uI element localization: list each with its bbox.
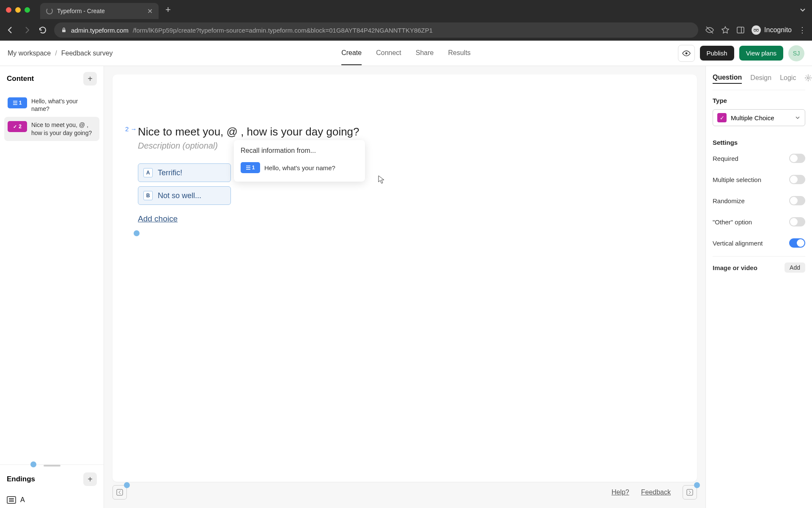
url-host: admin.typeform.com [71, 27, 129, 34]
app-header: My workspace / Feedback survey Create Co… [0, 41, 812, 66]
tab-share[interactable]: Share [416, 41, 434, 65]
sidebar-left: Content + 1 Hello, what's your name? 2 N… [0, 66, 104, 508]
reload-button[interactable] [38, 25, 47, 35]
svg-point-5 [685, 52, 687, 54]
header-tabs: Create Connect Share Results [341, 41, 471, 65]
add-choice-button[interactable]: Add choice [138, 214, 231, 224]
question-badge: 2 [8, 121, 27, 132]
tab-logic[interactable]: Logic [780, 72, 796, 83]
incognito-indicator[interactable]: Incognito [752, 25, 792, 35]
close-tab-icon[interactable]: ✕ [147, 7, 153, 15]
ending-icon [7, 496, 16, 504]
collapse-right-button[interactable] [683, 485, 697, 500]
tab-results[interactable]: Results [448, 41, 470, 65]
question-type-select[interactable]: ✓ Multiple Choice [713, 109, 805, 126]
sidebar-right: Question Design Logic Type ✓ Multiple Ch… [705, 66, 812, 508]
toggle-multiple[interactable] [789, 175, 805, 184]
toggle-required[interactable] [789, 154, 805, 163]
choice-option[interactable]: A Terrific! [138, 163, 231, 182]
tab-favicon-icon [46, 8, 53, 14]
feedback-link[interactable]: Feedback [641, 489, 671, 496]
browser-chrome: Typeform - Create ✕ + admin.typeform.com… [0, 0, 812, 41]
question-title-input[interactable]: Nice to meet you, @ , how is your day go… [138, 125, 672, 138]
tab-design[interactable]: Design [750, 72, 771, 83]
hint-dot-icon [694, 482, 700, 488]
question-badge: 1 [8, 97, 27, 108]
help-link[interactable]: Help? [612, 489, 629, 496]
endings-title: Endings [7, 475, 35, 483]
question-description-input[interactable]: Description (optional) [138, 141, 672, 151]
view-plans-button[interactable]: View plans [739, 46, 783, 61]
choice-label[interactable]: Not so well... [158, 191, 201, 200]
browser-tab[interactable]: Typeform - Create ✕ [40, 3, 159, 19]
type-value: Multiple Choice [731, 114, 774, 121]
tab-title: Typeform - Create [57, 8, 105, 14]
new-tab-button[interactable]: + [165, 4, 171, 15]
breadcrumb: My workspace / Feedback survey [8, 50, 113, 57]
setting-label: "Other" option [713, 218, 752, 226]
question-item[interactable]: 2 Nice to meet you, @ , how is your day … [4, 117, 99, 141]
add-content-button[interactable]: + [83, 72, 97, 86]
collapse-left-button[interactable] [112, 485, 127, 500]
hint-dot-icon [124, 482, 130, 488]
preview-button[interactable] [678, 45, 695, 62]
forward-button [22, 25, 31, 35]
tab-connect[interactable]: Connect [376, 41, 401, 65]
image-video-row: Image or video Add [713, 256, 805, 279]
choice-key: B [143, 191, 153, 200]
svg-point-3 [754, 30, 756, 32]
ending-item[interactable]: A [0, 492, 104, 508]
choice-label[interactable]: Terrific! [158, 168, 182, 177]
question-text: Hello, what's your name? [31, 97, 96, 113]
add-media-button[interactable]: Add [785, 262, 805, 273]
add-ending-button[interactable]: + [83, 472, 97, 486]
short-text-icon [246, 167, 250, 168]
toggle-vertical[interactable] [789, 238, 805, 248]
back-button[interactable] [6, 25, 15, 35]
url-path: /form/lK6Pp59p/create?typeform-source=ad… [133, 27, 433, 34]
setting-other: "Other" option [713, 211, 805, 232]
window-controls[interactable] [6, 7, 30, 13]
gear-icon[interactable] [804, 74, 812, 82]
setting-label: Multiple selection [713, 176, 761, 183]
recall-option[interactable]: 1 Hello, what's your name? [241, 160, 358, 175]
panel-icon[interactable] [736, 26, 745, 34]
content-title: Content [7, 75, 34, 83]
settings-label: Settings [713, 132, 805, 148]
avatar[interactable]: SJ [788, 45, 804, 61]
tabs-overflow-icon[interactable] [799, 6, 806, 13]
question-item[interactable]: 1 Hello, what's your name? [4, 93, 99, 117]
recall-option-text: Hello, what's your name? [264, 164, 335, 171]
eye-icon [682, 49, 691, 58]
incognito-icon [752, 25, 761, 35]
form-name[interactable]: Feedback survey [61, 50, 113, 57]
minimize-window-icon[interactable] [15, 7, 21, 13]
star-icon[interactable] [721, 26, 730, 34]
question-number: 2 [19, 124, 22, 130]
publish-button[interactable]: Publish [700, 46, 734, 61]
toggle-randomize[interactable] [789, 196, 805, 205]
tab-create[interactable]: Create [341, 41, 362, 65]
choice-key: A [143, 168, 153, 177]
svg-point-4 [757, 30, 759, 32]
lock-icon [61, 27, 67, 33]
maximize-window-icon[interactable] [25, 7, 30, 13]
setting-required: Required [713, 148, 805, 169]
setting-multiple: Multiple selection [713, 169, 805, 190]
more-menu-icon[interactable]: ⋮ [798, 25, 806, 35]
workspace-link[interactable]: My workspace [8, 50, 51, 57]
choice-option[interactable]: B Not so well... [138, 186, 231, 205]
close-window-icon[interactable] [6, 7, 11, 13]
tab-question[interactable]: Question [713, 72, 742, 84]
cursor-icon [378, 175, 385, 184]
hint-dot-icon [30, 461, 36, 467]
setting-label: Required [713, 155, 738, 162]
setting-vertical: Vertical alignment [713, 232, 805, 254]
breadcrumb-separator: / [55, 50, 57, 57]
address-bar[interactable]: admin.typeform.com/form/lK6Pp59p/create?… [54, 22, 698, 38]
type-label: Type [713, 90, 805, 106]
eye-off-icon[interactable] [705, 25, 714, 35]
svg-rect-6 [117, 489, 123, 495]
toggle-other[interactable] [789, 217, 805, 226]
setting-label: Vertical alignment [713, 240, 763, 247]
